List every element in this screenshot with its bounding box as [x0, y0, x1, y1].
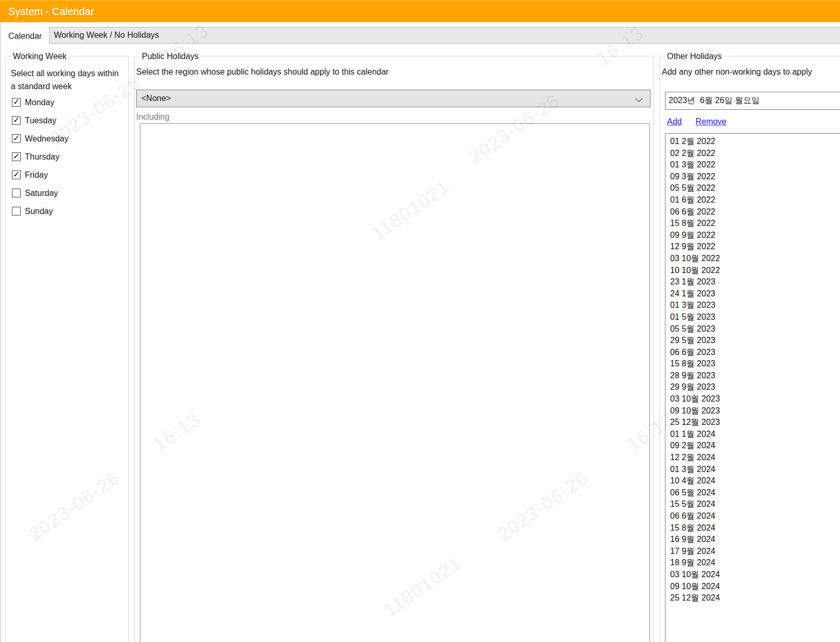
- weekday-label: Wednesday: [25, 134, 68, 144]
- holiday-list-item[interactable]: 03 10월 2023: [665, 393, 840, 405]
- holiday-list-item[interactable]: 03 10월 2022: [665, 253, 840, 265]
- weekday-checkbox[interactable]: [12, 170, 21, 179]
- other-holidays-group-title: Other Holidays: [665, 52, 724, 61]
- other-holidays-listbox[interactable]: 01 2월 202202 2월 202201 3월 202209 3월 2022…: [665, 133, 840, 642]
- calendar-name-input[interactable]: Working Week / No Holidays: [49, 27, 840, 44]
- remove-link[interactable]: Remove: [696, 117, 727, 126]
- weekday-checkbox[interactable]: [12, 98, 21, 107]
- weekday-label: Tuesday: [25, 116, 56, 125]
- holiday-list-item[interactable]: 29 5월 2023: [665, 335, 840, 347]
- window-left-border: [0, 22, 1, 642]
- holiday-list-item[interactable]: 03 10월 2024: [665, 569, 840, 581]
- holiday-list-item[interactable]: 09 9월 2022: [665, 230, 840, 241]
- weekday-row[interactable]: Sunday: [12, 206, 68, 224]
- working-week-description: Select all working days within a standar…: [11, 67, 122, 93]
- holiday-list-item[interactable]: 01 3월 2022: [665, 159, 840, 171]
- weekday-checkbox[interactable]: [12, 116, 21, 125]
- holiday-list-item[interactable]: 15 5월 2024: [665, 498, 840, 510]
- holiday-list-item[interactable]: 09 10월 2023: [665, 405, 840, 417]
- holiday-list-item[interactable]: 12 9월 2022: [665, 241, 840, 253]
- holiday-list-item[interactable]: 15 8월 2022: [665, 218, 840, 230]
- weekday-checkbox[interactable]: [12, 134, 21, 143]
- holiday-list-item[interactable]: 09 2월 2024: [665, 440, 840, 452]
- holiday-list-item[interactable]: 17 9월 2024: [665, 546, 840, 558]
- holiday-list-item[interactable]: 24 1월 2023: [665, 288, 840, 300]
- holiday-list-item[interactable]: 16 9월 2024: [665, 534, 840, 546]
- window-title: System - Calendar: [8, 1, 94, 22]
- public-holidays-group-title: Public Holidays: [140, 52, 200, 61]
- holiday-list-item[interactable]: 01 1월 2024: [665, 429, 840, 440]
- including-label: Including: [136, 111, 169, 122]
- add-link[interactable]: Add: [667, 117, 682, 126]
- holiday-list-item[interactable]: 01 6월 2022: [665, 194, 840, 206]
- other-holidays-description: Add any other non-working days to apply: [662, 66, 812, 77]
- holiday-list-item[interactable]: 15 8월 2023: [665, 358, 840, 370]
- weekday-label: Sunday: [25, 206, 53, 216]
- holiday-list-item[interactable]: 10 10월 2022: [665, 265, 840, 277]
- holiday-list-item[interactable]: 25 12월 2023: [665, 417, 840, 429]
- holiday-list-item[interactable]: 05 5월 2023: [665, 323, 840, 335]
- holiday-list-item[interactable]: 06 5월 2024: [665, 487, 840, 499]
- holiday-list-item[interactable]: 01 3월 2023: [665, 299, 840, 311]
- calendar-field-label: Calendar: [8, 32, 42, 41]
- weekday-checkbox[interactable]: [12, 207, 21, 216]
- holiday-list-item[interactable]: 12 2월 2024: [665, 452, 840, 464]
- working-week-group-title: Working Week: [11, 52, 68, 61]
- holiday-list-item[interactable]: 23 1월 2023: [665, 276, 840, 288]
- other-holidays-group: Other Holidays Add any other non-working…: [659, 56, 840, 642]
- weekday-label: Saturday: [25, 188, 58, 198]
- holiday-list-item[interactable]: 06 6월 2022: [665, 206, 840, 218]
- weekday-checkbox[interactable]: [12, 152, 21, 161]
- holiday-list-item[interactable]: 10 4월 2024: [665, 475, 840, 487]
- holiday-list-item[interactable]: 06 6월 2024: [665, 510, 840, 522]
- holiday-actions: Add Remove: [667, 116, 727, 127]
- holiday-list-item[interactable]: 29 9월 2023: [665, 381, 840, 393]
- chevron-down-icon: [635, 95, 643, 102]
- working-week-group: Working Week Select all working days wit…: [5, 56, 129, 642]
- weekday-row[interactable]: Friday: [12, 170, 68, 188]
- holiday-list-item[interactable]: 05 5월 2022: [665, 182, 840, 194]
- region-dropdown-value: <None>: [141, 94, 171, 103]
- holiday-list-item[interactable]: 01 5월 2023: [665, 311, 840, 323]
- holiday-list-item[interactable]: 02 2월 2022: [665, 148, 840, 160]
- weekday-row[interactable]: Monday: [12, 97, 68, 116]
- public-holidays-group: Public Holidays Select the region whose …: [134, 56, 654, 642]
- holiday-date-input[interactable]: 2023년 6월 26일 월요일: [665, 92, 840, 110]
- region-dropdown[interactable]: <None>: [136, 90, 650, 107]
- holiday-list-item[interactable]: 25 12월 2024: [665, 592, 840, 604]
- public-holidays-description: Select the region whose public holidays …: [136, 66, 388, 77]
- including-listbox[interactable]: [140, 123, 650, 642]
- weekday-checklist: Monday Tuesday Wednesday Thursday Friday…: [12, 97, 68, 224]
- weekday-label: Friday: [25, 170, 48, 180]
- holiday-list-item[interactable]: 18 9월 2024: [665, 557, 840, 569]
- holiday-list-item[interactable]: 15 8월 2024: [665, 522, 840, 534]
- weekday-checkbox[interactable]: [12, 189, 21, 197]
- weekday-label: Thursday: [25, 152, 60, 162]
- weekday-row[interactable]: Thursday: [12, 152, 68, 170]
- holiday-list-item[interactable]: 06 6월 2023: [665, 347, 840, 359]
- holiday-list-item[interactable]: 01 3월 2024: [665, 464, 840, 476]
- holiday-list-item[interactable]: 09 3월 2022: [665, 171, 840, 183]
- weekday-row[interactable]: Saturday: [12, 188, 68, 206]
- weekday-row[interactable]: Tuesday: [12, 116, 68, 134]
- holiday-list-item[interactable]: 28 9월 2023: [665, 370, 840, 382]
- weekday-row[interactable]: Wednesday: [12, 134, 68, 152]
- holiday-list-item[interactable]: 09 10월 2024: [665, 581, 840, 593]
- weekday-label: Monday: [25, 97, 54, 107]
- holiday-list-item[interactable]: 01 2월 2022: [665, 136, 840, 148]
- window-titlebar: System - Calendar: [0, 0, 840, 22]
